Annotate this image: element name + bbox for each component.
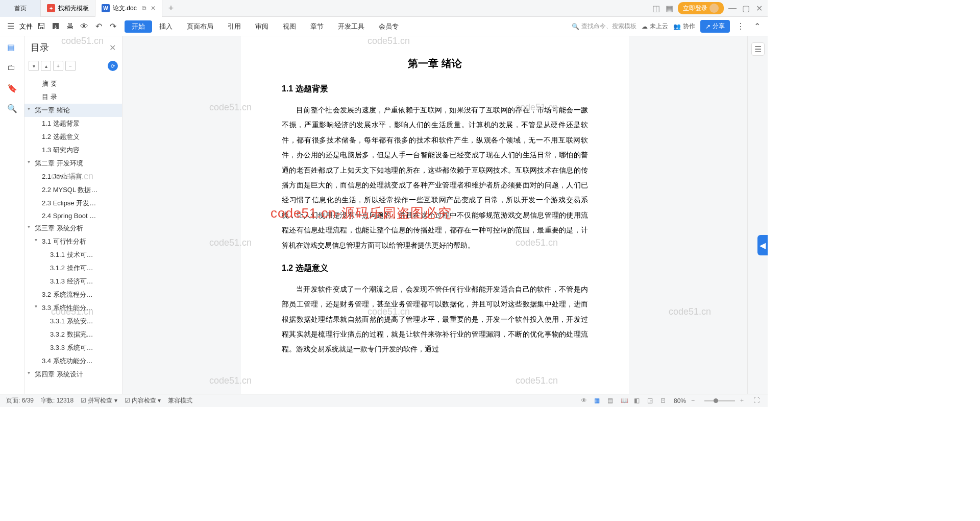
toc-item[interactable]: 1.2 选题意义 xyxy=(24,130,122,144)
toc-item[interactable]: 2.4 Spring Boot … xyxy=(24,210,122,222)
status-bar: 页面: 6/39 字数: 12318 ☑ 拼写检查 ▾ ☑ 内容检查 ▾ 兼容模… xyxy=(0,394,768,407)
file-menu[interactable]: 文件 xyxy=(19,22,33,31)
undo-icon[interactable]: ↶ xyxy=(93,21,104,32)
bookmark-icon[interactable]: 🔖 xyxy=(7,83,17,93)
minimize-icon[interactable]: — xyxy=(728,4,737,13)
tab-home[interactable]: 首页 xyxy=(0,0,41,17)
collab-button[interactable]: 👥协作 xyxy=(673,22,695,31)
menu-chapter[interactable]: 章节 xyxy=(303,17,331,36)
toc-collapse-all[interactable]: ▾ xyxy=(29,61,39,71)
toc-item[interactable]: 第一章 绪论 xyxy=(24,104,122,117)
fit-icon[interactable]: ⊡ xyxy=(660,397,669,405)
toc-item[interactable]: 2.3 Eclipse 开发… xyxy=(24,197,122,210)
page-indicator[interactable]: 页面: 6/39 xyxy=(6,396,34,405)
zoom-in-icon[interactable]: + xyxy=(740,397,748,405)
menu-devtools[interactable]: 开发工具 xyxy=(331,17,372,36)
toc-item[interactable]: 3.1.3 经济可… xyxy=(24,275,122,288)
redo-icon[interactable]: ↷ xyxy=(107,21,118,32)
search-icon: 🔍 xyxy=(572,23,579,30)
fullscreen-icon[interactable]: ⛶ xyxy=(753,397,762,405)
toc-item[interactable]: 3.1 可行性分析 xyxy=(24,235,122,248)
print-icon[interactable]: 🖶 xyxy=(64,21,76,32)
format-icon[interactable]: ☰ xyxy=(751,42,765,56)
toc-item[interactable]: 摘 要 xyxy=(24,77,122,90)
find-icon[interactable]: 🔍 xyxy=(7,104,17,114)
save-as-icon[interactable]: 🖪 xyxy=(50,21,61,32)
grid-icon[interactable]: ▦ xyxy=(665,4,674,13)
toc-sync-icon[interactable]: ⟳ xyxy=(108,61,118,71)
toc-item[interactable]: 3.1.2 操作可… xyxy=(24,262,122,275)
feedback-tab[interactable]: ◀ xyxy=(757,235,768,255)
toc-remove[interactable]: − xyxy=(65,61,76,71)
toc-item[interactable]: 3.4 系统功能分… xyxy=(24,354,122,368)
menu-start[interactable]: 开始 xyxy=(125,20,152,33)
close-icon[interactable]: ✕ xyxy=(754,4,764,13)
toc-item[interactable]: 1.3 研究内容 xyxy=(24,144,122,157)
tab-close-icon[interactable]: ✕ xyxy=(151,5,156,12)
toc-item[interactable]: 3.3.1 系统安… xyxy=(24,315,122,328)
preview-icon[interactable]: 👁 xyxy=(79,21,90,32)
save-icon[interactable]: 🖫 xyxy=(36,21,47,32)
word-icon: W xyxy=(102,4,110,12)
main-toolbar: ☰ 文件 🖫 🖪 🖶 👁 ↶ ↷ 开始 插入 页面布局 引用 审阅 视图 章节 … xyxy=(0,17,768,36)
toc-item[interactable]: 第三章 系统分析 xyxy=(24,222,122,235)
maximize-icon[interactable]: ▢ xyxy=(741,4,750,13)
view-page-icon[interactable]: ▦ xyxy=(594,397,602,405)
collapse-icon[interactable]: ⌃ xyxy=(751,21,763,32)
share-icon: ↗ xyxy=(705,23,710,30)
hamburger-icon[interactable]: ☰ xyxy=(5,21,16,32)
avatar-icon xyxy=(709,4,719,13)
toc-item[interactable]: 2.1 Java 语言 xyxy=(24,170,122,183)
document-viewport[interactable]: 第一章 绪论 1.1 选题背景 目前整个社会发展的速度，严重依赖于互联网，如果没… xyxy=(122,36,747,394)
ruler-icon[interactable]: ◲ xyxy=(647,397,655,405)
view-web-icon[interactable]: ◧ xyxy=(634,397,642,405)
toc-item[interactable]: 1.1 选题背景 xyxy=(24,117,122,130)
zoom-out-icon[interactable]: − xyxy=(691,397,699,405)
toc-close-icon[interactable]: ✕ xyxy=(109,43,116,53)
toc-item[interactable]: 3.3.3 系统可… xyxy=(24,341,122,354)
toc-add[interactable]: + xyxy=(53,61,63,71)
cloud-icon: ☁ xyxy=(642,23,648,30)
more-icon[interactable]: ⋮ xyxy=(735,21,746,32)
toc-item[interactable]: 3.3 系统性能分… xyxy=(24,301,122,315)
toc-item[interactable]: 第二章 开发环境 xyxy=(24,157,122,170)
toc-item[interactable]: 3.3.2 数据完… xyxy=(24,328,122,341)
zoom-slider[interactable] xyxy=(704,400,735,401)
view-outline-icon[interactable]: ▤ xyxy=(607,397,616,405)
view-read-icon[interactable]: 📖 xyxy=(621,397,629,405)
menu-refs[interactable]: 引用 xyxy=(220,17,248,36)
menu-view[interactable]: 视图 xyxy=(276,17,303,36)
menu-insert[interactable]: 插入 xyxy=(152,17,180,36)
layout-icon[interactable]: ◫ xyxy=(651,4,660,13)
tab-templates[interactable]: ✦ 找稻壳模板 xyxy=(41,0,95,17)
login-button[interactable]: 立即登录 xyxy=(678,2,724,14)
menu-review[interactable]: 审阅 xyxy=(248,17,276,36)
toc-item[interactable]: 目 录 xyxy=(24,90,122,104)
tab-document[interactable]: W 论文.doc ⧉ ✕ xyxy=(95,0,162,17)
toc-item[interactable]: 3.2 系统流程分… xyxy=(24,288,122,301)
outline-icon[interactable]: ▤ xyxy=(7,42,17,53)
toc-item[interactable]: 3.1.1 技术可… xyxy=(24,248,122,262)
share-button[interactable]: ↗分享 xyxy=(700,20,730,33)
tab-dup-icon[interactable]: ⧉ xyxy=(142,5,146,12)
word-count[interactable]: 字数: 12318 xyxy=(41,396,74,405)
zoom-level[interactable]: 80% xyxy=(674,397,686,405)
search-input[interactable]: 🔍 查找命令、搜索模板 xyxy=(572,22,636,31)
section-1-2: 1.2 选题意义 xyxy=(282,263,588,274)
tab-add[interactable]: + xyxy=(162,0,180,17)
content-check[interactable]: ☑ 内容检查 ▾ xyxy=(125,396,161,405)
toc-item[interactable]: 第四章 系统设计 xyxy=(24,368,122,381)
toc-expand-all[interactable]: ▴ xyxy=(41,61,51,71)
cloud-status[interactable]: ☁未上云 xyxy=(642,22,668,31)
title-tab-bar: 首页 ✦ 找稻壳模板 W 论文.doc ⧉ ✕ + ◫ ▦ 立即登录 — ▢ ✕ xyxy=(0,0,768,17)
eye-icon[interactable]: 👁 xyxy=(581,397,589,405)
toc-panel: 目录 ✕ ▾ ▴ + − ⟳ 摘 要目 录第一章 绪论1.1 选题背景1.2 选… xyxy=(24,36,122,394)
paragraph: 当开发软件变成了一个潮流之后，会发现不管任何行业都能开发适合自己的软件，不管是内… xyxy=(282,282,588,357)
toc-item[interactable]: 2.2 MYSQL 数据… xyxy=(24,183,122,197)
spellcheck[interactable]: ☑ 拼写检查 ▾ xyxy=(81,396,117,405)
people-icon: 👥 xyxy=(673,23,681,30)
menu-member[interactable]: 会员专 xyxy=(372,17,406,36)
menu-layout[interactable]: 页面布局 xyxy=(180,17,220,36)
tab-label: 论文.doc xyxy=(113,4,137,13)
clipboard-icon[interactable]: 🗀 xyxy=(7,63,17,73)
